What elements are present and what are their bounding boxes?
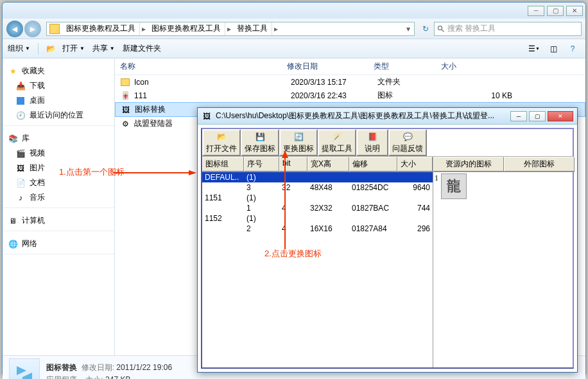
status-icon [9,358,40,380]
open-folder-icon: 📂 [216,131,227,143]
star-icon: ★ [8,66,18,76]
new-folder-button[interactable]: 新建文件夹 [123,43,161,54]
explorer-titlebar: ─ ▢ ✕ [3,3,585,19]
annotation-2: 2.点击更换图标 [264,248,322,260]
forward-button[interactable]: ► [24,21,41,37]
arrow-2-icon [282,150,288,249]
dropdown-icon[interactable]: ▾ [402,24,414,33]
resource-col-outer[interactable]: 外部图标 [504,157,575,172]
computer-group[interactable]: 🖥计算机 [3,213,114,228]
library-icon: 📚 [8,134,18,144]
status-type: 应用程序 [46,375,77,380]
pictures-icon: 🖼 [15,163,26,173]
column-date[interactable]: 修改日期 [287,61,374,72]
breadcrumb[interactable]: 图标更换教程及工具 [62,22,140,35]
column-name[interactable]: 名称 [120,61,287,72]
sidebar: ★收藏夹 📥下载 桌面 🕘最近访问的位置 📚库 🎬视频 🖼图片 📄文档 ♪音乐 … [3,58,115,355]
preview-pane-button[interactable]: ◫ [546,42,561,55]
tool-minimize-button[interactable]: ─ [510,111,527,121]
extract-tool-button[interactable]: 🪄提取工具 [318,129,356,156]
feedback-button[interactable]: 💬问题反馈 [388,129,427,156]
file-icon: 🖼 [121,105,131,115]
open-file-button[interactable]: 📂打开文件 [202,129,241,156]
file-type: 图标 [377,90,445,101]
breadcrumb[interactable]: 替换工具 [233,22,272,35]
resource-col-inner[interactable]: 资源内的图标 [433,157,504,172]
grid-col-index[interactable]: 序号 [244,157,279,172]
search-placeholder: 搜索 替换工具 [447,23,496,34]
network-group[interactable]: 🌐网络 [3,236,114,251]
help-button[interactable]: ? [565,42,580,55]
resource-index: 1 [435,173,441,199]
file-icon: 🀄 [120,91,130,101]
column-type[interactable]: 类型 [374,61,441,72]
desktop-icon [15,96,26,106]
tool-close-button[interactable]: ✕ [548,111,573,121]
svg-line-1 [442,29,444,31]
feedback-icon: 💬 [402,131,413,143]
resource-icon-preview[interactable]: 龍 [441,173,467,199]
grid-col-group[interactable]: 图标组 [202,157,244,172]
arrow-1-icon [113,168,196,173]
status-size-label: 大小: [85,375,103,380]
view-button[interactable]: ☰ ▼ [526,42,542,55]
tool-maximize-button[interactable]: ▢ [529,111,546,121]
open-icon: 📂 [46,44,56,54]
grid-col-offset[interactable]: 偏移 [349,157,397,172]
search-icon [437,25,445,33]
grid-col-wh[interactable]: 宽X高 [307,157,349,172]
back-button[interactable]: ◄ [6,21,23,37]
open-menu[interactable]: 📂打开 ▼ [46,43,85,54]
explorer-toolbar: 组织 ▼ 📂打开 ▼ 共享 ▼ 新建文件夹 ☰ ▼ ◫ ? [3,39,585,58]
recent-icon: 🕘 [15,110,26,121]
refresh-button[interactable]: ↻ [419,22,433,36]
svg-point-0 [438,26,442,30]
help-button[interactable]: 📕说明 [356,129,388,156]
sidebar-item-recent[interactable]: 🕘最近访问的位置 [3,108,114,123]
file-row[interactable]: Icon2020/3/13 15:17文件夹 [115,75,585,89]
file-icon: ⚙ [120,119,130,129]
resource-panel: 资源内的图标 外部图标 1 龍 [433,157,575,367]
breadcrumb[interactable]: 图标更换教程及工具 [148,22,225,35]
grid-row[interactable]: 2416X1601827A84296 [202,224,433,234]
address-bar-row: ◄ ► 图标更换教程及工具▸ 图标更换教程及工具▸ 替换工具▸ ▾ ↻ 搜索 替… [3,19,585,39]
address-bar[interactable]: 图标更换教程及工具▸ 图标更换教程及工具▸ 替换工具▸ ▾ [46,22,415,36]
maximize-button[interactable]: ▢ [547,6,564,16]
save-icon-button[interactable]: 💾保存图标 [241,129,279,156]
status-date: 2011/1/22 19:06 [116,363,172,372]
music-icon: ♪ [15,193,26,203]
close-button[interactable]: ✕ [566,6,583,16]
tool-title-text: C:\Users\hu\Desktop\图标更换教程及工具\图标更换教程及工具\… [216,110,508,121]
organize-menu[interactable]: 组织 ▼ [8,43,30,54]
share-menu[interactable]: 共享 ▼ [92,43,115,54]
grid-row[interactable]: DEFAUL..(1) [202,172,433,182]
sidebar-item-downloads[interactable]: 📥下载 [3,78,114,93]
file-name: 111 [134,91,291,100]
icon-grid: 图标组 序号 bit 宽X高 偏移 大小 DEFAUL..(1)33248X48… [202,157,433,367]
sidebar-item-desktop[interactable]: 桌面 [3,93,114,108]
svg-marker-3 [189,170,196,175]
status-name: 图标替换 [46,363,77,372]
column-size[interactable]: 大小 [441,61,508,72]
grid-row[interactable]: 1152(1) [202,213,433,224]
sidebar-item-music[interactable]: ♪音乐 [3,190,114,205]
minimize-button[interactable]: ─ [528,6,544,16]
grid-row[interactable]: 1151(1) [202,193,433,203]
grid-row[interactable]: 1432X3201827BAC744 [202,203,433,213]
svg-marker-5 [282,150,288,158]
tool-titlebar: 🖼 C:\Users\hu\Desktop\图标更换教程及工具\图标更换教程及工… [198,108,577,125]
grid-col-size[interactable]: 大小 [397,157,433,172]
grid-row[interactable]: 33248X48018254DC9640 [202,182,433,193]
status-date-label: 修改日期: [82,363,114,372]
search-input[interactable]: 搜索 替换工具 [434,22,582,36]
sidebar-item-videos[interactable]: 🎬视频 [3,146,114,161]
documents-icon: 📄 [15,178,26,188]
app-icon: 🖼 [202,111,212,121]
computer-icon: 🖥 [8,216,18,226]
book-icon: 📕 [367,131,378,143]
libraries-group[interactable]: 📚库 [3,131,114,146]
file-name: Icon [134,78,291,87]
network-icon: 🌐 [8,239,18,249]
file-row[interactable]: 🀄1112020/3/16 22:43图标10 KB [115,89,585,102]
favorites-group[interactable]: ★收藏夹 [3,64,114,78]
